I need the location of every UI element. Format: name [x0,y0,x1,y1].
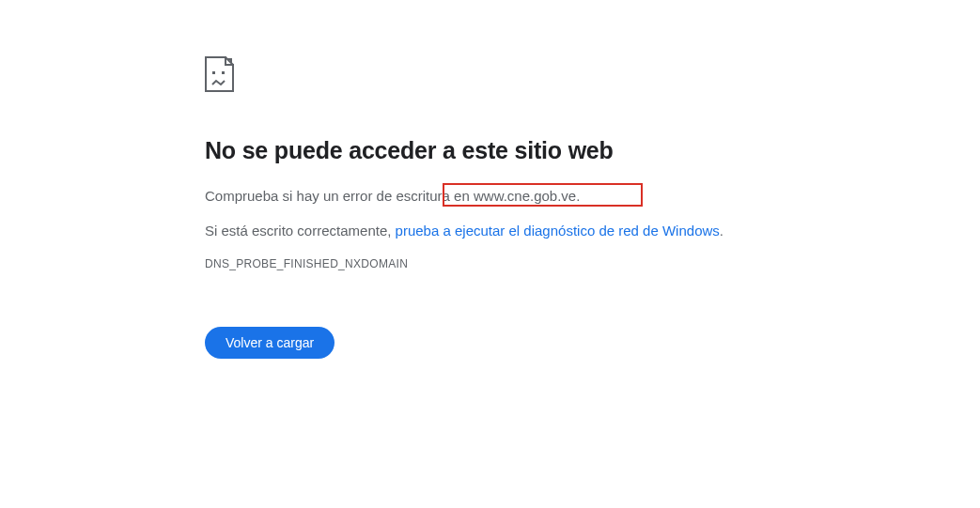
reload-button[interactable]: Volver a cargar [205,327,334,359]
diagnostic-link[interactable]: prueba a ejecutar el diagnóstico de red … [396,223,720,239]
error-line2-prefix: Si está escrito correctamente, [205,223,396,239]
error-domain: www.cne.gob.ve [474,188,576,204]
svg-rect-0 [212,71,215,74]
error-check-spelling: Comprueba si hay un error de escritura e… [205,188,580,204]
sad-file-icon [205,56,980,92]
error-code: DNS_PROBE_FINISHED_NXDOMAIN [205,257,980,270]
error-line1-prefix: Comprueba si hay un error de escritura e… [205,188,474,204]
error-diagnostic-line: Si está escrito correctamente, prueba a … [205,223,980,239]
error-title: No se puede acceder a este sitio web [205,137,980,164]
svg-rect-1 [222,71,225,74]
error-line1-suffix: . [576,188,580,204]
error-line2-suffix: . [720,223,723,239]
